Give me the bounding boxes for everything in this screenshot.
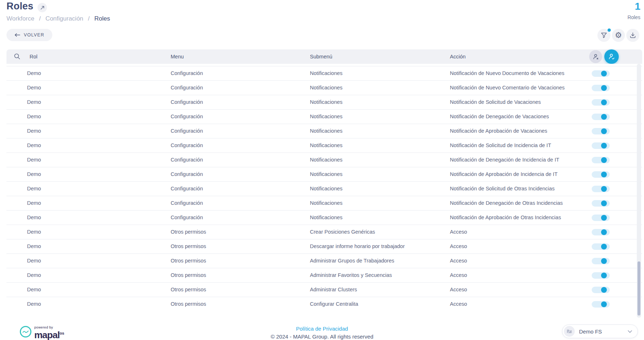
cell-menu: Configuración: [171, 153, 203, 167]
cell-menu: Otros permisos: [171, 268, 206, 282]
table-row: Demo Otros permisos Administrar Favorito…: [6, 268, 642, 283]
cell-accion: Notificación de Solicitud de Incidencia …: [450, 138, 551, 153]
partial-scrolled-row: [6, 64, 642, 66]
row-toggle[interactable]: [592, 243, 610, 250]
cell-accion: Notificación de Nuevo Comentario de Vaca…: [450, 81, 565, 95]
column-header-rol[interactable]: Rol: [30, 49, 38, 64]
table-row: Demo Configuración Notificaciones Notifi…: [6, 138, 642, 153]
row-toggle[interactable]: [592, 85, 610, 91]
page-title: Roles: [6, 1, 34, 12]
row-toggle[interactable]: [592, 215, 610, 221]
back-button-label: VOLVER: [24, 32, 44, 37]
row-toggle[interactable]: [592, 128, 610, 134]
row-toggle[interactable]: [592, 301, 610, 308]
cell-accion: Acceso: [450, 254, 467, 268]
cell-rol: Demo: [27, 95, 41, 109]
cell-rol: Demo: [27, 138, 41, 153]
privacy-policy-link[interactable]: Política de Privacidad: [296, 326, 348, 332]
search-icon[interactable]: [14, 53, 21, 61]
cell-menu: Configuración: [171, 196, 203, 210]
account-selector[interactable]: Demo FS: [562, 324, 638, 338]
cell-rol: Demo: [27, 110, 41, 124]
column-header-accion[interactable]: Acción: [450, 49, 466, 64]
breadcrumb-workforce[interactable]: Workforce: [6, 15, 34, 22]
table-row: Demo Configuración Notificaciones Notifi…: [6, 167, 642, 182]
expand-title-button[interactable]: [38, 3, 47, 12]
cell-rol: Demo: [27, 283, 41, 297]
row-toggle[interactable]: [592, 186, 610, 192]
filter-active-badge: [608, 28, 611, 32]
settings-button[interactable]: ⚙: [612, 29, 625, 42]
breadcrumb-configuracion[interactable]: Configuración: [45, 15, 83, 22]
table-row: Demo Otros permisos Administrar Clusters…: [6, 283, 642, 297]
table-body: Demo Configuración Notificaciones Notifi…: [6, 64, 642, 311]
scrollbar-track: [637, 64, 641, 318]
download-button[interactable]: [626, 29, 639, 42]
row-toggle[interactable]: [592, 272, 610, 279]
activate-all-users-button[interactable]: [604, 49, 619, 64]
row-toggle[interactable]: [592, 287, 610, 293]
cell-rol: Demo: [27, 167, 41, 181]
row-toggle[interactable]: [592, 99, 610, 106]
chevron-down-icon: [627, 330, 632, 333]
cell-menu: Otros permisos: [171, 239, 206, 253]
row-toggle[interactable]: [592, 142, 610, 149]
column-header-menu[interactable]: Menu: [171, 49, 184, 64]
cell-rol: Demo: [27, 153, 41, 167]
cell-rol: Demo: [27, 225, 41, 239]
table-row: Demo Configuración Notificaciones Notifi…: [6, 81, 642, 95]
cell-accion: Acceso: [450, 283, 467, 297]
cell-menu: Configuración: [171, 66, 203, 80]
row-toggle[interactable]: [592, 70, 610, 77]
toggle-knob: [601, 128, 607, 134]
cell-submenu: Notificaciones: [310, 167, 342, 181]
deactivate-all-users-button[interactable]: [589, 50, 602, 63]
toggle-knob: [601, 186, 607, 192]
user-x-icon: [592, 53, 599, 60]
cell-rol: Demo: [27, 196, 41, 210]
cell-submenu: Notificaciones: [310, 196, 342, 210]
cell-submenu: Administrar Grupos de Trabajadores: [310, 254, 394, 268]
cell-submenu: Notificaciones: [310, 95, 342, 109]
table-row: Demo Configuración Notificaciones Notifi…: [6, 182, 642, 196]
table-header: Rol Menu Submenú Acción: [6, 49, 642, 64]
toggle-knob: [601, 287, 607, 293]
arrow-left-icon: [14, 33, 20, 37]
row-toggle[interactable]: [592, 258, 610, 264]
cell-menu: Otros permisos: [171, 297, 206, 311]
row-toggle[interactable]: [592, 171, 610, 178]
cell-menu: Otros permisos: [171, 225, 206, 239]
breadcrumb: Workforce / Configuración / Roles: [6, 15, 110, 22]
scrollbar-thumb[interactable]: [638, 261, 640, 315]
cell-menu: Configuración: [171, 81, 203, 95]
toggle-knob: [601, 244, 607, 250]
table-row: Demo Configuración Notificaciones Notifi…: [6, 196, 642, 211]
breadcrumb-separator: /: [88, 15, 90, 22]
cell-rol: Demo: [27, 124, 41, 138]
table-row: Demo Otros permisos Configurar Centralit…: [6, 297, 642, 311]
toggle-knob: [601, 215, 607, 221]
column-header-submenu[interactable]: Submenú: [310, 49, 332, 64]
row-toggle[interactable]: [592, 114, 610, 120]
table-row: Demo Otros permisos Descargar informe ho…: [6, 239, 642, 254]
table-row: Demo Configuración Notificaciones Notifi…: [6, 66, 642, 81]
back-button[interactable]: VOLVER: [6, 29, 52, 41]
toggle-knob: [601, 273, 607, 278]
cell-accion: Notificación de Aprobación de Vacaciones: [450, 124, 547, 138]
row-toggle[interactable]: [592, 200, 610, 207]
cell-submenu: Notificaciones: [310, 153, 342, 167]
folder-slash-icon: [566, 328, 572, 334]
cell-submenu: Notificaciones: [310, 110, 342, 124]
cell-rol: Demo: [27, 297, 41, 311]
row-toggle[interactable]: [592, 229, 610, 235]
cell-accion: Notificación de Denegación de Incidencia…: [450, 153, 559, 167]
cell-accion: Notificación de Denegación de Vacaciones: [450, 110, 549, 124]
cell-rol: Demo: [27, 81, 41, 95]
cell-accion: Notificación de Solicitud de Otras Incid…: [450, 182, 555, 196]
roles-count-label: Roles: [627, 14, 640, 20]
toggle-knob: [601, 143, 607, 149]
row-toggle[interactable]: [592, 157, 610, 163]
cell-menu: Configuración: [171, 110, 203, 124]
user-check-icon: [608, 53, 615, 60]
account-name: Demo FS: [579, 328, 623, 335]
